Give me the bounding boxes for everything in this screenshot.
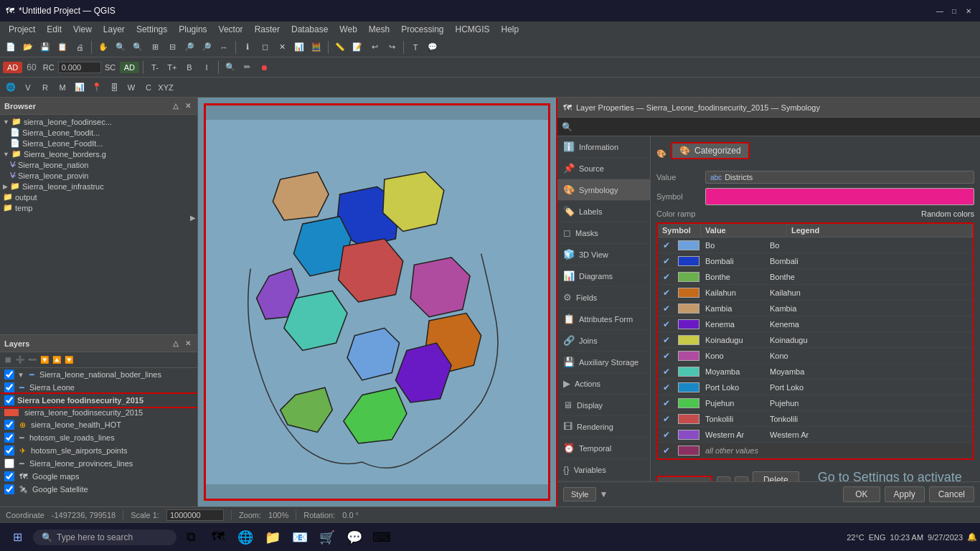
layers-collapse-btn[interactable]: △ bbox=[171, 339, 181, 349]
cancel-button[interactable]: Cancel bbox=[929, 486, 974, 502]
add-category-btn[interactable]: + bbox=[717, 476, 730, 481]
tree-item[interactable]: V̶ Sierra_leone_nation bbox=[0, 159, 197, 170]
rc-btn[interactable]: RC bbox=[41, 60, 57, 75]
t-minus-btn[interactable]: T- bbox=[147, 60, 163, 75]
taskbar-vscode[interactable]: ⌨ bbox=[369, 526, 395, 549]
zoom-out-tool[interactable]: 🔍 bbox=[130, 39, 146, 55]
zoom-extent-tool[interactable]: ⊞ bbox=[147, 39, 163, 55]
layer-national-border[interactable]: ▼ ━ Sierra_leone_national_boder_lines bbox=[0, 368, 197, 381]
cat-row-bombali[interactable]: ✔ Bombali Bombali bbox=[658, 253, 973, 269]
zoom-selection-tool[interactable]: 🔎 bbox=[182, 39, 197, 55]
menu-layer[interactable]: Layer bbox=[98, 22, 131, 37]
apply-button[interactable]: Apply bbox=[885, 486, 925, 502]
browser-close-btn[interactable]: ✕ bbox=[183, 101, 193, 111]
tree-item[interactable]: 📁 temp bbox=[0, 202, 197, 213]
cat-row-other[interactable]: ✔ all other values bbox=[658, 443, 973, 458]
deselect-tool[interactable]: ✕ bbox=[274, 39, 290, 55]
layer-notes-btn[interactable]: 📝 bbox=[349, 39, 365, 55]
taskbar-task-view[interactable]: ⧉ bbox=[178, 526, 204, 549]
italic-btn[interactable]: I bbox=[199, 60, 215, 75]
nav-auxiliary-storage[interactable]: 💾 Auxiliary Storage bbox=[557, 352, 650, 373]
ad2-btn[interactable]: AD bbox=[120, 62, 139, 73]
style-button[interactable]: Style bbox=[563, 487, 596, 501]
style-dropdown-icon[interactable]: ▼ bbox=[599, 489, 608, 499]
filter-layer-btn[interactable]: 🔽 bbox=[39, 355, 50, 365]
print-layout-btn[interactable]: 🖨 bbox=[72, 39, 88, 55]
menu-project[interactable]: Project bbox=[3, 22, 41, 37]
ok-button[interactable]: OK bbox=[843, 486, 880, 502]
add-gpx-btn[interactable]: 📍 bbox=[89, 80, 105, 95]
sc-btn[interactable]: SC bbox=[103, 60, 118, 75]
zoom-btn[interactable]: 🔍 bbox=[222, 60, 238, 75]
properties-search-input[interactable] bbox=[557, 118, 980, 136]
menu-plugins[interactable]: Plugins bbox=[173, 22, 212, 37]
nav-labels[interactable]: 🏷️ Labels bbox=[557, 201, 650, 222]
menu-hcmgis[interactable]: HCMGIS bbox=[450, 22, 496, 37]
menu-vector[interactable]: Vector bbox=[213, 22, 249, 37]
zoom-in-tool[interactable]: 🔍 bbox=[113, 39, 128, 55]
tree-item[interactable]: ▼ 📁 Sierra_leone_borders.g bbox=[0, 149, 197, 159]
tree-scroll-right-btn[interactable]: ▶ bbox=[0, 213, 197, 222]
nav-rendering[interactable]: 🎞 Rendering bbox=[557, 416, 650, 438]
taskbar-store[interactable]: 🛒 bbox=[314, 526, 340, 549]
pan-map-btn[interactable]: ↔ bbox=[216, 39, 232, 55]
layer-provinces[interactable]: ━ Sierra_leone_provinces_lines bbox=[0, 457, 197, 470]
tree-item[interactable]: ▼ 📁 sierra_leone_foodinsec... bbox=[0, 116, 197, 127]
taskbar-edge[interactable]: 🌐 bbox=[232, 526, 258, 549]
cat-row-koinadugu[interactable]: ✔ Koinadugu Koinadugu bbox=[658, 332, 973, 348]
taskbar-mail[interactable]: 📧 bbox=[287, 526, 313, 549]
menu-web[interactable]: Web bbox=[334, 22, 362, 37]
layer-checkbox[interactable] bbox=[4, 446, 14, 456]
layer-health[interactable]: ⊕ sierra_leone_health_HOT bbox=[0, 418, 197, 431]
layer-checkbox[interactable] bbox=[4, 458, 14, 468]
scale-input[interactable] bbox=[166, 509, 224, 521]
identify-tool[interactable]: ℹ bbox=[240, 39, 255, 55]
cat-row-bonthe[interactable]: ✔ Bonthe Bonthe bbox=[658, 269, 973, 285]
open-project-btn[interactable]: 📂 bbox=[20, 39, 36, 55]
cat-row-kailahun[interactable]: ✔ Kailahun Kailahun bbox=[658, 285, 973, 301]
nav-variables[interactable]: {} Variables bbox=[557, 459, 650, 481]
layer-checkbox[interactable] bbox=[4, 420, 14, 430]
layers-close-btn[interactable]: ✕ bbox=[183, 339, 193, 349]
nav-attributes-form[interactable]: 📋 Attributes Form bbox=[557, 309, 650, 330]
add-layer-btn[interactable]: ➕ bbox=[15, 355, 25, 365]
add-csv-btn[interactable]: 📊 bbox=[72, 80, 88, 95]
nav-3dview[interactable]: 🧊 3D View bbox=[557, 244, 650, 265]
nav-temporal[interactable]: ⏰ Temporal bbox=[557, 438, 650, 459]
bold-btn[interactable]: B bbox=[182, 60, 197, 75]
close-button[interactable]: ✕ bbox=[963, 5, 974, 17]
browser-collapse-btn[interactable]: △ bbox=[171, 101, 181, 111]
maximize-button[interactable]: □ bbox=[948, 5, 960, 17]
remove-layer-btn[interactable]: ➖ bbox=[27, 355, 37, 365]
open-attribute-table[interactable]: 📊 bbox=[291, 39, 307, 55]
add-mesh-btn[interactable]: M bbox=[55, 80, 70, 95]
layer-checkbox[interactable] bbox=[4, 369, 14, 380]
save-btn[interactable]: 💾 bbox=[37, 39, 53, 55]
cat-row-kambia[interactable]: ✔ Kambia Kambia bbox=[658, 301, 973, 316]
open-field-calc[interactable]: 🧮 bbox=[308, 39, 324, 55]
menu-database[interactable]: Database bbox=[286, 22, 334, 37]
digitize-btn[interactable]: ✏ bbox=[240, 60, 255, 75]
categorized-button[interactable]: 🎨 Categorized bbox=[671, 142, 750, 159]
layer-checkbox[interactable] bbox=[4, 382, 14, 392]
add-db-btn[interactable]: 🗄 bbox=[106, 80, 122, 95]
pan-tool[interactable]: ✋ bbox=[95, 39, 111, 55]
add-wfs-btn[interactable]: W bbox=[123, 80, 139, 95]
tree-item[interactable]: ▶ 📁 Sierra_leone_infrastruc bbox=[0, 181, 197, 192]
undo-btn[interactable]: ↩ bbox=[367, 39, 382, 55]
select-tool[interactable]: ◻ bbox=[257, 39, 273, 55]
add-xyz-btn[interactable]: XYZ bbox=[158, 80, 174, 95]
start-button[interactable]: ⊞ bbox=[3, 523, 32, 552]
taskbar-qgis[interactable]: 🗺 bbox=[205, 526, 231, 549]
move-layer-down-btn[interactable]: 🔽 bbox=[64, 355, 74, 365]
add-raster-btn[interactable]: R bbox=[37, 80, 53, 95]
classify-button[interactable]: Classify bbox=[656, 476, 712, 481]
remove-category-btn[interactable]: − bbox=[735, 476, 748, 481]
annotations-btn[interactable]: 💬 bbox=[425, 39, 440, 55]
t-plus-btn[interactable]: T+ bbox=[164, 60, 180, 75]
symbol-preview[interactable] bbox=[705, 188, 974, 205]
delete-all-button[interactable]: Delete All bbox=[753, 471, 799, 481]
cat-row-bo[interactable]: ✔ Bo Bo bbox=[658, 237, 973, 253]
rotation-input[interactable] bbox=[58, 62, 101, 73]
layer-roads[interactable]: ━ hotosm_sle_roads_lines bbox=[0, 431, 197, 444]
